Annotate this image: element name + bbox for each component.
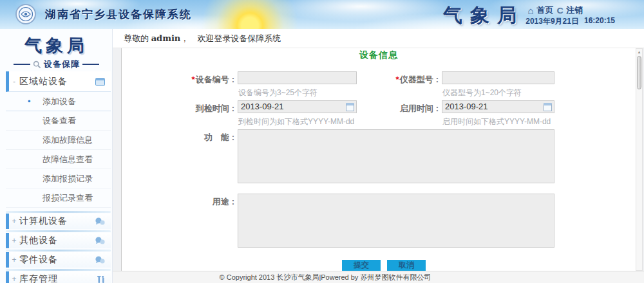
function-label: 功 能:	[172, 132, 234, 143]
device-no-hint: 设备编号为3~25个字符	[238, 87, 317, 98]
magnifier-icon	[33, 60, 41, 69]
sidebar-group-label: 其他设备	[19, 235, 95, 246]
date-label: 2013年9月21日	[526, 16, 579, 27]
logout-icon: C	[556, 6, 563, 15]
menu-separator	[6, 269, 111, 271]
brand-title: 气象局	[443, 3, 524, 29]
sidebar-item-label: 添加故障信息	[43, 135, 93, 145]
divider-line	[82, 64, 99, 65]
check-date-hint: 到检时间为如下格式YYYY-MM-dd	[238, 116, 354, 127]
function-textarea[interactable]	[238, 129, 554, 183]
chat-bubbles-icon	[95, 256, 106, 264]
sidebar-menu: - 区域站设备 • 添加设备 设备查看 添加故障信息 故障信息查看	[6, 71, 111, 208]
content-area: 尊敬的 admin， 欢迎登录设备保障系统 设备信息 *设备编号: *仪器型号:…	[113, 29, 644, 283]
cancel-button[interactable]: 取消	[387, 260, 426, 271]
bullet-icon: •	[28, 92, 31, 111]
sidebar-group-parts-devices[interactable]: + 零件设备	[6, 252, 111, 268]
required-asterisk: *	[396, 75, 399, 84]
header-nav: ⌂ 首页 C 注销	[528, 5, 583, 16]
enable-date-label: 启用时间:	[379, 103, 439, 114]
chat-bubbles-icon	[95, 217, 106, 226]
copyright-text: © Copyright 2013 长沙市气象局|Powered by 苏州梦图软…	[113, 271, 538, 283]
menu-separator	[6, 230, 111, 232]
device-no-label: *设备编号:	[172, 74, 234, 86]
sidebar-item-label: 故障信息查看	[43, 154, 93, 164]
enable-date-hint: 启用时间如下格式YYYY-MM-dd	[442, 116, 551, 127]
expand-indicator: +	[9, 236, 19, 245]
sidebar-item-add-damage[interactable]: 添加报损记录	[6, 169, 111, 188]
page: 湖南省宁乡县设备保障系统 气象局 ⌂ 首页 C 注销 2013年9月21日 16…	[0, 0, 644, 283]
sidebar-group-computer-devices[interactable]: + 计算机设备	[6, 214, 111, 229]
datetime: 2013年9月21日 16:20:15	[526, 16, 615, 27]
vertical-scrollbar[interactable]: ▲	[636, 48, 643, 271]
expand-indicator: +	[9, 255, 19, 264]
welcome-suffix: ， 欢迎登录设备保障系统	[180, 33, 281, 43]
home-link[interactable]: 首页	[537, 5, 554, 16]
instrument-model-input[interactable]	[442, 71, 554, 84]
menu-separator	[6, 211, 111, 213]
divider-line	[14, 64, 30, 65]
sidebar-group-station-devices[interactable]: - 区域站设备	[6, 71, 111, 92]
sidebar-item-label: 添加报损记录	[43, 174, 93, 183]
menu-separator	[6, 250, 111, 251]
instrument-model-hint: 仪器型号为1~20个字符	[442, 87, 522, 98]
sidebar-item-label: 添加设备	[43, 96, 76, 106]
expand-indicator: +	[9, 217, 19, 226]
home-icon: ⌂	[528, 5, 534, 16]
bureau-logo-icon	[15, 4, 36, 24]
sidebar-logo-subtitle: 设备保障	[44, 59, 80, 70]
expand-indicator: +	[9, 275, 19, 283]
sidebar-item-label: 报损记录查看	[43, 193, 93, 203]
sidebar-item-label: 设备查看	[43, 116, 76, 125]
sidebar-logo-subtitle-row: 设备保障	[0, 59, 113, 70]
tools-icon	[97, 275, 106, 283]
collapse-indicator: -	[9, 77, 19, 86]
sidebar-item-view-damage[interactable]: 报损记录查看	[6, 188, 111, 208]
device-form-panel: 设备信息 *设备编号: *仪器型号: 设备编号为3~25个字符 仪器型号为1~2…	[121, 48, 636, 271]
usage-textarea[interactable]	[238, 194, 554, 248]
app-title: 湖南省宁乡县设备保障系统	[45, 7, 192, 22]
required-asterisk: *	[192, 75, 195, 84]
usage-label: 用途:	[172, 196, 234, 208]
device-no-input[interactable]	[238, 71, 357, 84]
sidebar-logo-title: 气象局	[0, 34, 113, 57]
instrument-model-label: *仪器型号:	[379, 74, 439, 86]
enable-date-input[interactable]: 2013-09-21	[442, 100, 554, 113]
enable-date-value: 2013-09-21	[445, 102, 488, 111]
welcome-bar: 尊敬的 admin， 欢迎登录设备保障系统	[113, 29, 644, 48]
time-label: 16:20:15	[584, 16, 615, 27]
sidebar-submenu: • 添加设备 设备查看 添加故障信息 故障信息查看 添加报损记录 报损记录查看	[6, 92, 111, 208]
logout-link[interactable]: 注销	[566, 5, 583, 16]
sidebar-item-add-fault[interactable]: 添加故障信息	[6, 131, 111, 150]
sidebar-item-view-faults[interactable]: 故障信息查看	[6, 150, 111, 169]
calendar-icon[interactable]	[544, 103, 552, 111]
sidebar-group-label: 计算机设备	[19, 215, 95, 227]
window-icon	[95, 78, 105, 86]
header: 湖南省宁乡县设备保障系统 气象局 ⌂ 首页 C 注销 2013年9月21日 16…	[0, 0, 644, 29]
form-title: 设备信息	[122, 50, 636, 61]
check-date-input[interactable]: 2013-09-21	[238, 100, 357, 113]
submit-button[interactable]: 提交	[342, 260, 381, 271]
sidebar-item-add-device[interactable]: • 添加设备	[6, 92, 111, 111]
welcome-prefix: 尊敬的	[124, 33, 149, 43]
sidebar-group-other-devices[interactable]: + 其他设备	[6, 233, 111, 248]
sidebar-group-label: 库存管理	[19, 273, 97, 283]
sidebar-group-label: 零件设备	[19, 254, 95, 266]
sidebar-group-inventory[interactable]: + 库存管理	[6, 271, 111, 283]
username: admin	[151, 33, 181, 43]
scrollbar-thumb[interactable]	[637, 56, 641, 89]
scroll-up-icon[interactable]: ▲	[636, 49, 642, 55]
check-date-label: 到检时间:	[172, 103, 234, 114]
sidebar-item-view-devices[interactable]: 设备查看	[6, 111, 111, 131]
calendar-icon[interactable]	[346, 103, 354, 111]
check-date-value: 2013-09-21	[241, 102, 284, 111]
sidebar-group-label: 区域站设备	[19, 76, 95, 87]
sidebar: 气象局 设备保障 - 区域站设备 • 添加设备 设备查看	[0, 29, 113, 283]
footer: © Copyright 2013 长沙市气象局|Powered by 苏州梦图软…	[113, 271, 644, 283]
chat-bubbles-icon	[95, 237, 106, 245]
